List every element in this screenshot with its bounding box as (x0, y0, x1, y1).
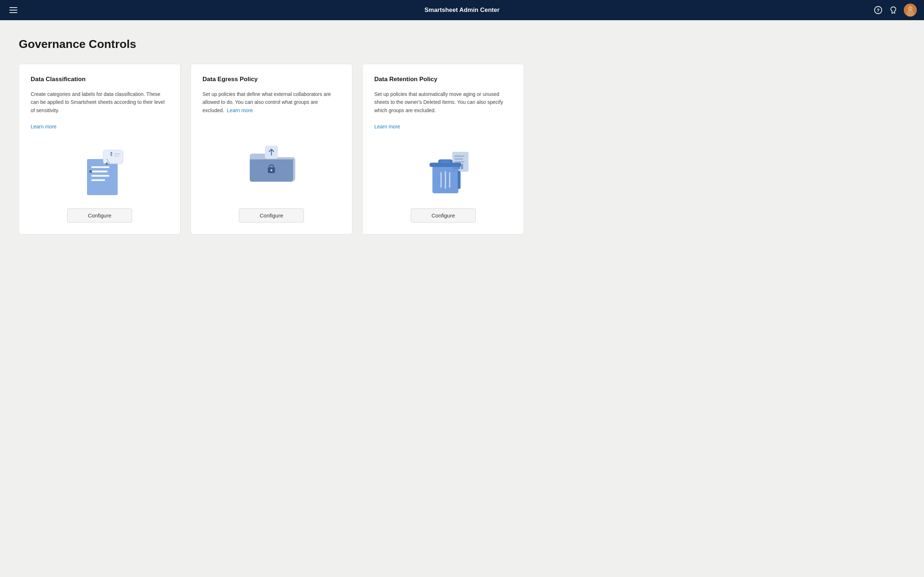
card-classification-title: Data Classification (31, 76, 168, 83)
svg-point-7 (911, 8, 912, 9)
card-egress-learn-more[interactable]: Learn more (227, 108, 253, 113)
card-data-egress: Data Egress Policy Set up policies that … (191, 64, 352, 234)
avatar[interactable] (904, 3, 917, 16)
card-egress-title: Data Egress Policy (202, 76, 340, 83)
hamburger-menu-button[interactable] (7, 5, 19, 15)
configure-classification-button[interactable]: Configure (67, 208, 132, 222)
announcements-icon[interactable] (888, 5, 898, 15)
card-retention-illustration (374, 131, 512, 207)
page-title: Governance Controls (19, 37, 905, 51)
header-left (7, 5, 19, 15)
card-retention-footer: Configure (374, 207, 512, 222)
svg-rect-10 (91, 171, 108, 172)
app-header: Smartsheet Admin Center ? (0, 0, 924, 20)
help-icon[interactable]: ? (874, 5, 883, 15)
svg-rect-8 (87, 159, 118, 195)
svg-text:?: ? (877, 8, 880, 13)
cards-grid: Data Classification Create categories an… (19, 64, 524, 234)
svg-point-13 (89, 170, 92, 173)
app-title: Smartsheet Admin Center (425, 6, 499, 14)
card-egress-description: Set up policies that define what externa… (202, 90, 340, 114)
card-egress-footer: Configure (202, 207, 340, 222)
svg-rect-25 (454, 161, 465, 163)
card-classification-illustration (31, 131, 168, 207)
card-retention-description: Set up policies that automatically move … (374, 90, 512, 131)
configure-retention-button[interactable]: Configure (411, 208, 476, 222)
svg-point-5 (908, 6, 913, 11)
card-classification-learn-more[interactable]: Learn more (31, 124, 57, 129)
svg-rect-24 (454, 158, 463, 160)
card-classification-footer: Configure (31, 207, 168, 222)
card-egress-illustration (202, 114, 340, 207)
svg-point-6 (909, 8, 910, 9)
card-retention-title: Data Retention Policy (374, 76, 512, 83)
card-retention-learn-more[interactable]: Learn more (374, 124, 400, 129)
svg-rect-32 (440, 160, 451, 163)
svg-rect-15 (114, 153, 121, 154)
svg-rect-11 (91, 175, 109, 177)
svg-rect-36 (458, 171, 460, 189)
card-data-classification: Data Classification Create categories an… (19, 64, 181, 234)
configure-egress-button[interactable]: Configure (239, 208, 304, 222)
card-classification-description: Create categories and labels for data cl… (31, 90, 168, 131)
svg-point-21 (271, 169, 273, 171)
main-content: Governance Controls Data Classification … (0, 20, 924, 252)
svg-point-18 (106, 162, 108, 165)
svg-rect-16 (114, 155, 119, 156)
svg-rect-23 (454, 155, 465, 157)
card-data-retention: Data Retention Policy Set up policies th… (362, 64, 524, 234)
svg-rect-14 (103, 150, 123, 164)
svg-rect-9 (91, 166, 109, 168)
header-right: ? (874, 3, 917, 16)
svg-rect-12 (91, 179, 105, 181)
